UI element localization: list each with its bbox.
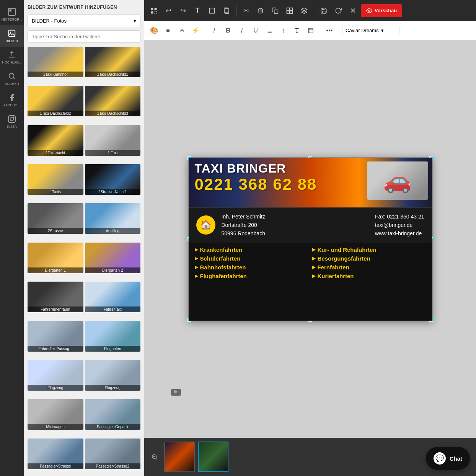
sidebar-item-hintergrund[interactable]: HINTERGR... [0,4,24,25]
sidebar-item-suchen[interactable]: SUCHEN [0,68,24,90]
thumbnail-page2[interactable] [198,442,228,472]
preview-button[interactable]: Vorschau [361,4,402,17]
svg-rect-12 [156,11,157,12]
svg-point-4 [9,73,14,78]
canvas-area[interactable]: fuer.design TAXI BRINGER 0221 368 62 88 … [144,40,476,438]
sidebar-item-insta[interactable]: INSTA [0,111,24,132]
color-picker-button[interactable]: 🎨 [148,24,160,37]
list-item[interactable]: FahrerInnenraum [28,282,83,312]
card-contact-section: 🏠 Inh. Peter Schmitz Dorfstraße 200 5099… [189,207,432,243]
sidebar-item-facebook[interactable]: FACEBO... [0,90,24,111]
background-icon [8,8,16,16]
list-item[interactable]: Mietwagen [28,399,83,430]
images-icon [8,29,16,37]
save-button[interactable] [317,4,330,17]
text-size-button[interactable] [291,24,303,37]
list-item[interactable]: 1Taxis [28,164,83,195]
cut-button[interactable]: ✂ [240,4,253,17]
zoom-icon [151,453,158,460]
design-canvas[interactable]: fuer.design TAXI BRINGER 0221 368 62 88 … [188,157,433,321]
sidebar-item-label: INSTA [7,125,17,129]
qr-code-button[interactable] [147,4,160,17]
zoom-out-button[interactable] [148,450,161,463]
italic-button[interactable]: I [236,24,248,37]
list-item[interactable]: Ausflieg [85,203,141,234]
text-tool-button[interactable]: T [191,4,204,17]
image-panel: BILDER ZUM ENTWURF HINZUFÜGEN BILDER - F… [24,0,144,476]
upload-icon [8,51,16,59]
effects-button[interactable]: ✳ [176,24,188,37]
shape-tool-button[interactable] [205,4,218,17]
list-item[interactable]: Flugzeug [85,360,141,391]
svg-rect-8 [151,8,153,10]
svg-rect-9 [155,8,157,10]
undo-button[interactable]: ↩ [162,4,175,17]
category-dropdown[interactable]: BILDER - Fotos ▾ [28,15,140,27]
list-item[interactable]: 2Strasse [28,203,83,234]
list-item[interactable]: FahrerTaxi [85,282,141,312]
chat-button[interactable]: 💬 Chat [426,447,470,470]
refresh-button[interactable] [332,4,345,17]
list-item[interactable]: Passagier-Gepäck [85,399,141,430]
address-line3: 50996 Rodenbach [222,229,265,238]
service-item: Besorgungsfahrten [312,255,426,262]
gallery-search-input[interactable] [28,30,140,43]
list-item[interactable]: Passagier-Strasse2 [85,439,141,469]
service-label: Flughafenfahrten [200,273,247,279]
resize-text-button[interactable] [305,24,317,37]
page-tool-button[interactable] [220,4,233,17]
redo-button[interactable]: ↪ [176,4,189,17]
image-label: 1Taxis [28,189,83,195]
shadow-button[interactable]: ⚡ [189,24,202,37]
image-label: 1Taxi-Dachschild2 [28,111,83,116]
more-options-button[interactable]: ••• [323,24,336,37]
save-icon [320,7,327,14]
list-item[interactable]: 1Taxi-Bahnhof [28,47,83,77]
sidebar-item-bilder[interactable]: BILDER [0,25,24,47]
sidebar-item-hochlad[interactable]: HOCHLAD... [0,47,24,68]
close-button[interactable]: ✕ [346,4,359,17]
svg-point-3 [10,31,11,33]
image-label: FahrerTaxiPassag... [28,346,83,352]
list-item[interactable]: 1Taxi-Dachschild2 [28,86,83,116]
line-spacing-button[interactable]: ↕ [277,24,289,37]
text-align-button[interactable]: ≡ [162,24,174,37]
image-panel-title: BILDER ZUM ENTWURF HINZUFÜGEN [24,0,144,15]
thumbnail-page1[interactable] [164,442,195,472]
list-item[interactable]: 1Taxi-Dachschild1 [85,47,141,77]
copy-button[interactable] [269,4,282,17]
image-label: 1Taxi-nacht [28,150,83,156]
list-item[interactable]: 1Taxi-nacht [28,125,83,156]
svg-rect-5 [8,116,15,122]
image-label: Flughafen [85,346,141,352]
align-left-button[interactable]: ≣ [263,24,275,37]
service-label: Fernfahrten [318,264,349,271]
list-item[interactable]: 1Taxi-Dachschild3 [85,86,141,116]
list-item[interactable]: Biergarten 2 [85,243,141,273]
image-label: Passagier-Gepäck [85,424,141,430]
list-item[interactable]: 2Strasse-Nacht1 [85,164,141,195]
list-item[interactable]: Flugzeug [28,360,83,391]
svg-rect-2 [9,30,15,37]
list-item[interactable]: Flughafen [85,321,141,352]
svg-point-24 [368,10,370,11]
delete-button[interactable] [254,4,267,17]
taxi-car-image [367,161,428,200]
house-icon: 🏠 [196,215,215,235]
list-item[interactable]: FahrerTaxiPassag... [28,321,83,352]
svg-rect-21 [287,11,290,13]
layers-button[interactable] [298,4,311,17]
font-selector[interactable]: Caviar Dreams ▾ [342,26,399,35]
email-address: taxi@bringer.de [375,221,424,229]
service-item: Flughafenfahrten [195,273,308,279]
stroke-button[interactable]: / [208,24,220,37]
layers-icon [301,7,308,14]
bold-button[interactable]: B [222,24,234,37]
underline-button[interactable]: U [249,24,262,37]
list-item[interactable]: Biergarten 1 [28,243,83,273]
arrange-button[interactable] [283,4,296,17]
list-item[interactable]: 1 Taxi [85,125,141,156]
list-item[interactable]: Passagier-Strasse [28,439,83,469]
zoom-indicator: 🔍 [171,389,181,396]
card-top-section: TAXI BRINGER 0221 368 62 88 [189,158,432,207]
